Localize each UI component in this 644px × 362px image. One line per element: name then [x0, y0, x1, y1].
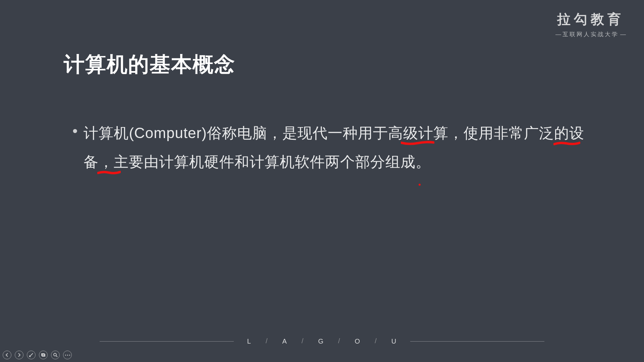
slash-icon: / [375, 337, 377, 345]
ellipsis-icon [65, 355, 70, 356]
bullet-item: • 计算机(Computer)俗称电脑，是现代一种用于高级计算，使用非常广泛的设… [64, 119, 590, 176]
footer-line-right [410, 341, 544, 342]
zoom-button[interactable] [51, 351, 60, 359]
slash-icon: / [266, 337, 268, 345]
bullet-dot-icon: • [72, 119, 77, 143]
more-button[interactable] [63, 351, 72, 359]
brand-subtitle: 互联网人实战大学 [554, 31, 627, 38]
slides-button[interactable] [39, 351, 48, 359]
next-slide-button[interactable] [15, 351, 23, 359]
slides-icon [41, 353, 46, 357]
footer-letter: O [355, 338, 361, 345]
brand-block: 拉勾教育 互联网人实战大学 [554, 10, 627, 38]
footer-letter: A [282, 338, 287, 345]
footer-letter: L [247, 338, 252, 345]
footer-line-left [100, 341, 234, 342]
prev-slide-button[interactable] [3, 351, 11, 359]
footer-letter: G [318, 338, 324, 345]
annotation-dot [419, 184, 421, 186]
presenter-toolbar [3, 351, 72, 359]
svg-point-2 [54, 353, 56, 356]
slide-content: 计算机的基本概念 • 计算机(Computer)俗称电脑，是现代一种用于高级计算… [64, 50, 590, 176]
bullet-text: 计算机(Computer)俗称电脑，是现代一种用于高级计算，使用非常广泛的设备，… [84, 119, 590, 176]
brand-title: 拉勾教育 [554, 10, 627, 28]
slash-icon: / [338, 337, 341, 345]
bullet-list: • 计算机(Computer)俗称电脑，是现代一种用于高级计算，使用非常广泛的设… [64, 119, 590, 176]
slash-icon: / [302, 337, 304, 345]
pen-icon [29, 353, 34, 357]
footer-letters: L / A / G / O / U [247, 338, 397, 345]
triangle-right-icon [17, 353, 21, 357]
footer-letter: U [391, 338, 397, 345]
pen-button[interactable] [27, 351, 36, 359]
slide-title: 计算机的基本概念 [64, 50, 590, 78]
triangle-left-icon [5, 353, 9, 357]
footer: L / A / G / O / U [0, 338, 644, 345]
magnifier-icon [53, 353, 58, 357]
